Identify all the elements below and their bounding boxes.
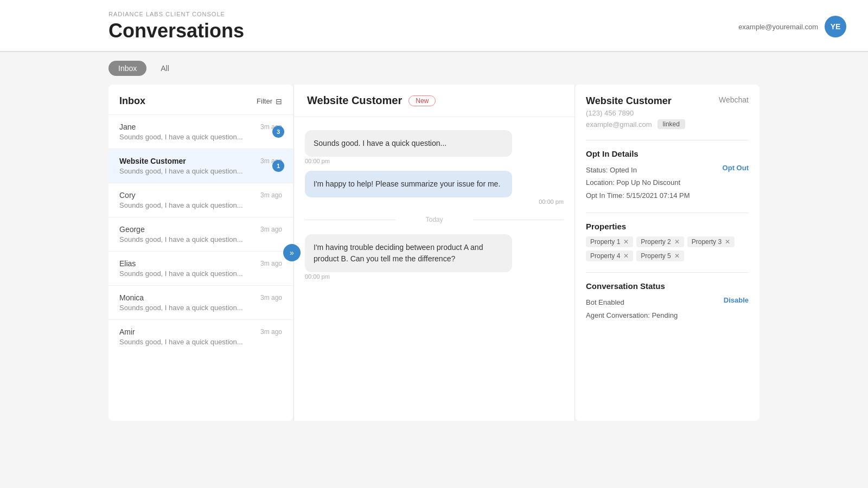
rp-channel: Webchat	[719, 95, 749, 104]
opt-in-location: Location: Pop Up No Discount	[586, 176, 690, 189]
header-right: example@youremail.com YE	[738, 16, 846, 37]
property-tag: Property 4 ✕	[586, 251, 633, 261]
app-subtitle: RADIANCE LABS CLIENT CONSOLE	[108, 11, 244, 17]
opt-in-details: Status: Opted In Location: Pop Up No Dis…	[586, 164, 690, 202]
properties-section: Properties Property 1 ✕ Property 2 ✕ Pro…	[586, 222, 749, 261]
header-left: RADIANCE LABS CLIENT CONSOLE Conversatio…	[108, 11, 244, 42]
list-item[interactable]: Amir 3m ago Sounds good, I have a quick …	[108, 319, 293, 354]
conversation-list: Jane 3m ago Sounds good, I have a quick …	[108, 114, 293, 354]
rp-email-row: example@gmail.com linked	[586, 119, 749, 129]
chat-messages: Sounds good. I have a quick question... …	[294, 117, 575, 421]
conv-preview: Sounds good, I have a quick question...	[119, 338, 260, 346]
new-status-badge: New	[409, 95, 436, 106]
property-tag: Property 2 ✕	[636, 236, 684, 247]
message-time: 00:00 pm	[305, 273, 564, 280]
property-label: Property 2	[641, 238, 671, 246]
properties-grid: Property 1 ✕ Property 2 ✕ Property 3 ✕ P…	[586, 236, 749, 261]
opt-in-section: Opt In Details Status: Opted In Location…	[586, 149, 749, 202]
list-item[interactable]: Elias 3m ago Sounds good, I have a quick…	[108, 251, 293, 285]
opt-in-time: Opt In Time: 5/15/2021 07:14 PM	[586, 189, 690, 202]
inbox-title: Inbox	[119, 95, 145, 107]
list-item[interactable]: Cory 3m ago Sounds good, I have a quick …	[108, 183, 293, 217]
property-tag: Property 3 ✕	[687, 236, 735, 247]
list-item[interactable]: Monica 3m ago Sounds good, I have a quic…	[108, 285, 293, 319]
property-label: Property 1	[590, 238, 620, 246]
conv-preview: Sounds good, I have a quick question...	[119, 133, 260, 141]
page-title: Conversations	[108, 20, 244, 42]
rp-customer-name: Website Customer	[586, 95, 672, 107]
expand-chat-button[interactable]: »	[283, 244, 301, 261]
inbox-panel: Inbox Filter ⊟ Jane 3m ago Sounds good, …	[108, 85, 293, 421]
avatar[interactable]: YE	[825, 16, 846, 37]
divider	[586, 272, 749, 273]
chat-customer-name: Website Customer	[307, 94, 402, 107]
rp-email: example@gmail.com	[586, 120, 652, 129]
main-layout: Inbox Filter ⊟ Jane 3m ago Sounds good, …	[0, 85, 868, 421]
property-remove-button[interactable]: ✕	[674, 238, 680, 246]
conv-name: Cory	[119, 191, 136, 200]
conv-status-details: Bot Enabled Agent Conversation: Pending	[586, 296, 678, 322]
conv-time: 3m ago	[260, 226, 282, 233]
message-bubble: Sounds good. I have a quick question...	[305, 130, 512, 157]
filter-button[interactable]: Filter ⊟	[257, 97, 282, 106]
date-divider: Today	[305, 216, 564, 223]
bot-status: Bot Enabled	[586, 296, 678, 309]
opt-in-status: Status: Opted In	[586, 164, 690, 176]
divider	[586, 213, 749, 213]
opt-in-row: Status: Opted In Location: Pop Up No Dis…	[586, 164, 749, 202]
property-tag: Property 1 ✕	[586, 236, 633, 247]
linked-badge: linked	[658, 119, 685, 129]
list-item[interactable]: Jane 3m ago Sounds good, I have a quick …	[108, 114, 293, 149]
user-email: example@youremail.com	[738, 23, 818, 31]
list-item[interactable]: George 3m ago Sounds good, I have a quic…	[108, 217, 293, 251]
conv-time: 3m ago	[260, 328, 282, 336]
unread-badge: 1	[272, 160, 284, 172]
filter-label: Filter	[257, 97, 272, 105]
message-bubble-wrapper: I'm happy to help! Please summarize your…	[305, 171, 564, 205]
message-time: 00:00 pm	[305, 198, 564, 205]
conv-time: 3m ago	[260, 294, 282, 301]
message-bubble-wrapper: Sounds good. I have a quick question... …	[305, 130, 564, 164]
right-panel: Website Customer Webchat (123) 456 7890 …	[575, 85, 760, 421]
chat-header: Website Customer New	[294, 85, 575, 117]
message-bubble: I'm happy to help! Please summarize your…	[305, 171, 512, 197]
conv-preview: Sounds good, I have a quick question...	[119, 167, 260, 175]
message-time: 00:00 pm	[305, 158, 564, 164]
property-label: Property 4	[590, 252, 620, 260]
disable-button[interactable]: Disable	[724, 296, 749, 304]
rp-phone: (123) 456 7890	[586, 109, 749, 117]
conv-name: George	[119, 225, 145, 234]
tab-bar: Inbox All	[0, 52, 868, 85]
conversation-status-section: Conversation Status Bot Enabled Agent Co…	[586, 281, 749, 322]
conv-name: Monica	[119, 293, 144, 302]
conv-name: Website Customer	[119, 157, 186, 165]
opt-in-title: Opt In Details	[586, 149, 749, 158]
conv-name: Elias	[119, 259, 136, 268]
conv-time: 3m ago	[260, 191, 282, 199]
property-tag: Property 5 ✕	[636, 251, 684, 261]
conversation-status-title: Conversation Status	[586, 281, 749, 291]
rp-header: Website Customer Webchat	[586, 95, 749, 107]
tab-inbox[interactable]: Inbox	[108, 61, 146, 76]
properties-title: Properties	[586, 222, 749, 231]
conv-name: Jane	[119, 123, 136, 131]
tab-all[interactable]: All	[151, 61, 179, 76]
property-label: Property 5	[641, 252, 671, 260]
chat-panel: Website Customer New Sounds good. I have…	[293, 85, 575, 421]
property-remove-button[interactable]: ✕	[623, 238, 629, 246]
conv-preview: Sounds good, I have a quick question...	[119, 201, 260, 209]
agent-status: Agent Conversation: Pending	[586, 309, 678, 322]
opt-out-button[interactable]: Opt Out	[723, 164, 749, 172]
property-remove-button[interactable]: ✕	[725, 238, 730, 246]
property-remove-button[interactable]: ✕	[674, 252, 680, 260]
conv-preview: Sounds good, I have a quick question...	[119, 235, 260, 243]
inbox-header: Inbox Filter ⊟	[108, 85, 293, 114]
conv-preview: Sounds good, I have a quick question...	[119, 269, 260, 278]
message-bubble: I'm having trouble deciding between prod…	[305, 234, 512, 272]
conv-name: Amir	[119, 328, 135, 336]
property-label: Property 3	[692, 238, 722, 246]
list-item[interactable]: Website Customer 3m ago Sounds good, I h…	[108, 149, 293, 183]
message-bubble-wrapper: I'm having trouble deciding between prod…	[305, 234, 564, 280]
property-remove-button[interactable]: ✕	[623, 252, 629, 260]
conv-preview: Sounds good, I have a quick question...	[119, 304, 260, 312]
